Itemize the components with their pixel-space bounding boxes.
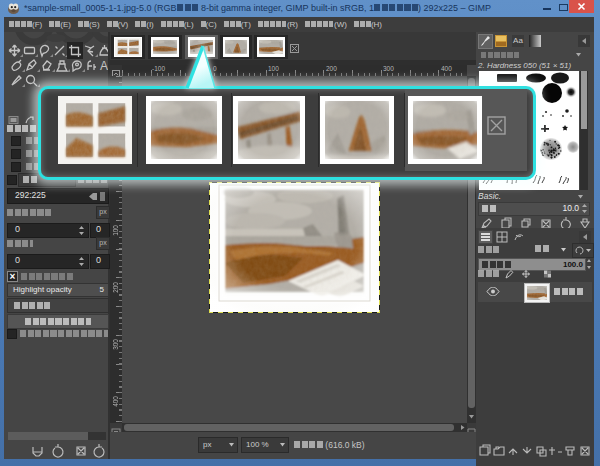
svg-text:A: A	[100, 59, 108, 73]
